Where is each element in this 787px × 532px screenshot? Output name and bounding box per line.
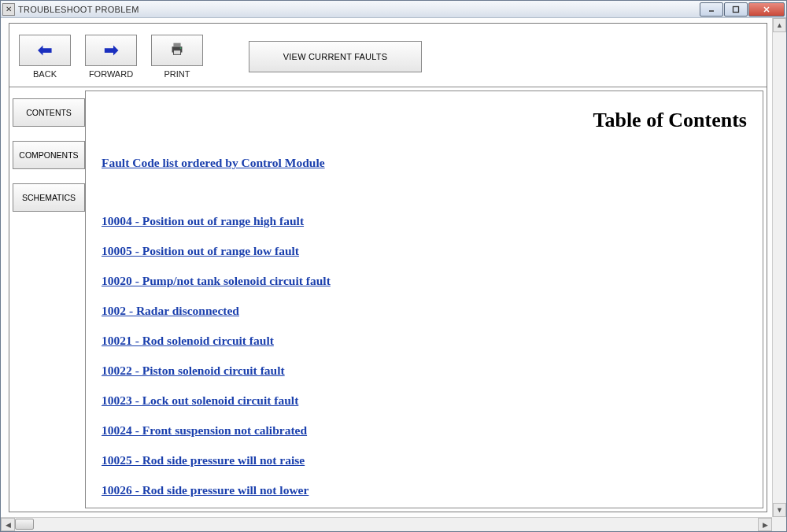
scroll-right-icon[interactable]: ▶ [758, 518, 772, 531]
app-body: ⬅ BACK ➡ FORWARD PRINT [1, 18, 786, 531]
print-label: PRINT [164, 69, 190, 79]
toolbar: ⬅ BACK ➡ FORWARD PRINT [9, 24, 767, 87]
forward-label: FORWARD [89, 69, 133, 79]
fault-link[interactable]: 10024 - Front suspension not calibrated [102, 423, 747, 438]
minimize-button[interactable] [700, 2, 723, 17]
titlebar: ✕ TROUBLESHOOT PROBLEM [1, 1, 786, 18]
fault-link[interactable]: 1002 - Radar disconnected [102, 304, 747, 318]
print-button[interactable]: PRINT [151, 35, 203, 79]
forward-button[interactable]: ➡ FORWARD [85, 35, 137, 79]
svg-rect-6 [173, 50, 180, 55]
scroll-corner [772, 517, 786, 531]
tab-contents[interactable]: CONTENTS [13, 98, 85, 127]
fault-link[interactable]: 10021 - Rod solenoid circuit fault [102, 334, 747, 348]
fault-link[interactable]: 10025 - Rod side pressure will not raise [102, 453, 747, 467]
system-close-icon[interactable]: ✕ [2, 3, 15, 16]
printer-icon [168, 40, 186, 61]
maximize-button[interactable] [724, 2, 748, 17]
arrow-left-icon: ⬅ [38, 40, 52, 61]
fault-link[interactable]: 10020 - Pump/not tank solenoid circuit f… [102, 274, 747, 288]
page-title: Table of Contents [102, 109, 747, 132]
horizontal-scrollbar[interactable]: ◀ ▶ [1, 517, 772, 531]
window-controls [699, 2, 785, 17]
tab-schematics[interactable]: SCHEMATICS [13, 183, 85, 212]
arrow-right-icon: ➡ [104, 40, 118, 61]
vertical-scrollbar[interactable]: ▲ ▼ [772, 18, 786, 517]
fault-link[interactable]: 10004 - Position out of range high fault [102, 214, 747, 228]
fault-link[interactable]: 10022 - Piston solenoid circuit fault [102, 364, 747, 378]
scroll-thumb[interactable] [15, 519, 34, 530]
main-frame: ⬅ BACK ➡ FORWARD PRINT [9, 23, 767, 512]
view-current-faults-button[interactable]: VIEW CURRENT FAULTS [249, 41, 422, 72]
back-button[interactable]: ⬅ BACK [19, 35, 71, 79]
fault-link[interactable]: 10026 - Rod side pressure will not lower [102, 483, 747, 497]
svg-point-7 [180, 47, 182, 49]
fault-link[interactable]: 10023 - Lock out solenoid circuit fault [102, 393, 747, 408]
window-title: TROUBLESHOOT PROBLEM [18, 5, 699, 14]
fault-link[interactable]: 10005 - Position out of range low fault [102, 244, 747, 258]
app-window: ✕ TROUBLESHOOT PROBLEM ⬅ BACK [0, 0, 787, 532]
tab-components[interactable]: COMPONENTS [13, 141, 85, 169]
fault-list-header-link[interactable]: Fault Code list ordered by Control Modul… [102, 156, 747, 170]
close-button[interactable] [748, 2, 785, 17]
svg-rect-5 [173, 43, 180, 47]
back-label: BACK [33, 69, 57, 79]
scroll-left-icon[interactable]: ◀ [1, 518, 15, 531]
scroll-up-icon[interactable]: ▲ [773, 18, 786, 32]
scroll-down-icon[interactable]: ▼ [773, 503, 786, 517]
main-area: CONTENTS COMPONENTS SCHEMATICS Table of … [9, 87, 767, 512]
side-tabs: CONTENTS COMPONENTS SCHEMATICS [9, 87, 85, 512]
content-pane: Table of Contents Fault Code list ordere… [85, 91, 763, 508]
svg-rect-1 [733, 6, 739, 12]
